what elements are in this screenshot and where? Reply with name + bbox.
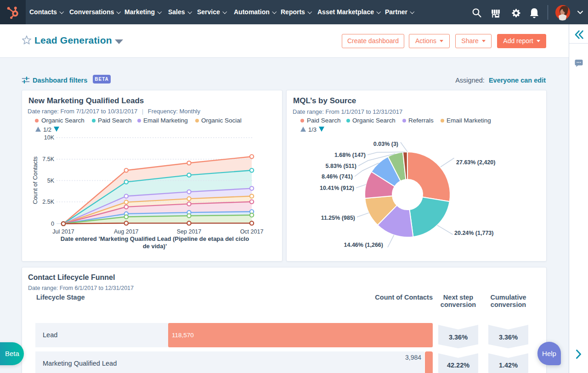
svg-text:Sep 2017: Sep 2017	[177, 228, 202, 235]
svg-text:11.25% (985): 11.25% (985)	[321, 215, 355, 221]
svg-text:7.5K: 7.5K	[42, 156, 54, 162]
svg-text:0.03% (3): 0.03% (3)	[373, 141, 398, 147]
svg-text:Oct 2017: Oct 2017	[240, 228, 264, 235]
svg-text:1.68% (147): 1.68% (147)	[334, 152, 366, 158]
svg-text:Jul 2017: Jul 2017	[52, 228, 74, 235]
svg-text:5.83% (511): 5.83% (511)	[326, 163, 356, 169]
svg-text:20.24% (1,773): 20.24% (1,773)	[454, 230, 493, 236]
svg-text:2.5K: 2.5K	[42, 199, 54, 205]
svg-text:10K: 10K	[44, 134, 55, 141]
svg-text:27.63% (2,420): 27.63% (2,420)	[456, 159, 495, 166]
svg-text:10.41% (912): 10.41% (912)	[320, 185, 354, 191]
svg-text:Date entered ’Marketing Qualif: Date entered ’Marketing Qualified Lead (…	[61, 235, 249, 242]
svg-text:5K: 5K	[47, 178, 55, 184]
svg-text:Aug 2017: Aug 2017	[114, 228, 139, 235]
svg-text:14.46% (1,266): 14.46% (1,266)	[344, 242, 383, 248]
svg-text:8.46% (741): 8.46% (741)	[322, 173, 353, 180]
svg-text:Count of Contacts: Count of Contacts	[32, 156, 39, 204]
svg-text:0: 0	[51, 221, 54, 227]
svg-text:de vida)’: de vida)’	[143, 243, 167, 250]
